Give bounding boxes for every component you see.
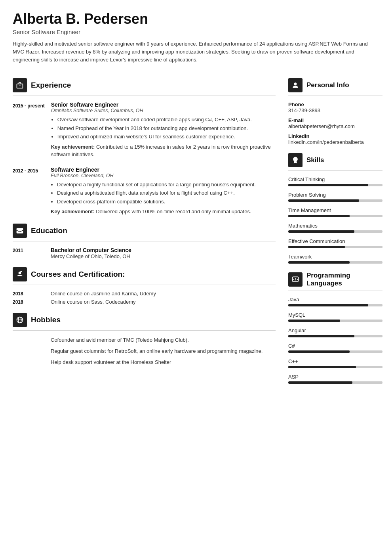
hobbies-section-title: Hobbies	[13, 313, 276, 327]
hobbies-list: Cofounder and avid member of TMC (Toledo…	[13, 336, 276, 369]
programming-item: MySQL	[288, 312, 382, 322]
hobby-item: Help desk support volunteer at the Homel…	[51, 358, 276, 366]
programming-item: ASP	[288, 374, 382, 384]
skill-bar-fill	[288, 261, 350, 264]
exp-bullet: Developed a highly functional set of app…	[57, 181, 276, 189]
education-list: 2011 Bachelor of Computer Science Mercy …	[13, 247, 276, 259]
course-date: 2018	[13, 299, 44, 305]
skills-divider	[288, 170, 382, 171]
education-icon	[13, 224, 27, 238]
prog-bar-fill	[288, 320, 340, 322]
skill-name: Problem Solving	[288, 192, 382, 198]
exp-bullet: Improved and optimized main website's UI…	[57, 133, 276, 141]
prog-bar-fill	[288, 335, 354, 337]
education-entry: 2011 Bachelor of Computer Science Mercy …	[13, 247, 276, 259]
exp-achievement: Key achievement: Contributed to a 15% in…	[51, 143, 276, 159]
exp-bullets: Oversaw software development and coded p…	[57, 116, 276, 141]
prog-bar-bg	[288, 350, 382, 353]
exp-company: Omnilabs Software Suites, Columbus, OH	[51, 108, 276, 113]
exp-content: Software Engineer Full Bronson, Clevelan…	[51, 166, 276, 216]
personal-info-divider	[288, 96, 382, 96]
hobbies-divider	[13, 330, 276, 331]
svg-rect-0	[19, 86, 21, 86]
prog-name: Angular	[288, 327, 382, 333]
hobby-item: Regular guest columnist for RetroSoft, a…	[51, 347, 276, 355]
skill-item: Effective Communication	[288, 238, 382, 248]
svg-point-5	[294, 82, 297, 85]
programming-divider	[288, 291, 382, 291]
courses-section-title: Courses and Certification:	[13, 267, 276, 281]
exp-achievement: Key achievement: Delivered apps with 100…	[51, 208, 276, 216]
edu-degree: Bachelor of Computer Science	[51, 247, 276, 253]
skill-bar-fill	[288, 230, 354, 233]
prog-name: C#	[288, 343, 382, 349]
exp-job-title: Senior Software Engineer	[51, 101, 276, 108]
prog-name: Java	[288, 297, 382, 302]
programming-section: Programming Languages Java MySQL Angular…	[288, 272, 382, 384]
course-entry: 2018 Online course on Sass, Codecademy	[13, 299, 276, 305]
exp-bullet: Oversaw software development and coded p…	[57, 116, 276, 124]
course-desc: Online course on Sass, Codecademy	[51, 299, 276, 305]
prog-bar-bg	[288, 320, 382, 322]
exp-bullet: Designed a sophisticated flight data ana…	[57, 189, 276, 197]
skills-list: Critical Thinking Problem Solving Time M…	[288, 176, 382, 264]
course-desc: Online course on Jasmine and Karma, Udem…	[51, 291, 276, 297]
experience-entry: 2015 - present Senior Software Engineer …	[13, 101, 276, 159]
course-entry: 2018 Online course on Jasmine and Karma,…	[13, 291, 276, 297]
exp-date: 2012 - 2015	[13, 166, 44, 216]
programming-list: Java MySQL Angular C# C++ ASP	[288, 297, 382, 384]
skill-item: Teamwork	[288, 254, 382, 264]
skill-bar-bg	[288, 246, 382, 248]
experience-icon	[13, 78, 27, 92]
skill-bar-fill	[288, 184, 368, 186]
edu-date: 2011	[13, 247, 44, 259]
prog-name: ASP	[288, 374, 382, 380]
skill-name: Time Management	[288, 207, 382, 213]
skill-name: Mathematics	[288, 223, 382, 229]
programming-section-title: Programming Languages	[288, 272, 382, 287]
courses-divider	[13, 285, 276, 285]
experience-section-title: Experience	[13, 78, 276, 92]
courses-list: 2018 Online course on Jasmine and Karma,…	[13, 291, 276, 305]
personal-info-section: Personal Info Phone 314-739-3893 E-mail …	[288, 78, 382, 145]
skills-section: Skills Critical Thinking Problem Solving…	[288, 153, 382, 264]
prog-bar-bg	[288, 335, 382, 337]
prog-bar-bg	[288, 366, 382, 368]
education-section-title: Education	[13, 224, 276, 238]
skill-bar-bg	[288, 184, 382, 186]
linkedin-field: LinkedIn linkedin.com/in/pedersenbalbert…	[288, 133, 382, 145]
skill-name: Teamwork	[288, 254, 382, 260]
exp-date: 2015 - present	[13, 101, 45, 159]
skill-item: Problem Solving	[288, 192, 382, 202]
prog-bar-fill	[288, 350, 350, 353]
left-column: Experience 2015 - present Senior Softwar…	[0, 70, 285, 389]
exp-bullet: Developed cross-platform compatible solu…	[57, 198, 276, 206]
candidate-title: Senior Software Engineer	[13, 29, 379, 35]
personal-info-title: Personal Info	[288, 78, 382, 92]
hobby-item: Cofounder and avid member of TMC (Toledo…	[51, 336, 276, 344]
prog-bar-fill	[288, 366, 356, 368]
skill-bar-fill	[288, 215, 350, 217]
candidate-name: Alberta B. Pedersen	[13, 11, 379, 27]
experience-list: 2015 - present Senior Software Engineer …	[13, 101, 276, 216]
prog-bar-bg	[288, 304, 382, 306]
experience-divider	[13, 96, 276, 96]
svg-point-1	[19, 272, 21, 274]
skill-item: Critical Thinking	[288, 176, 382, 186]
personal-info-icon	[288, 78, 303, 92]
main-layout: Experience 2015 - present Senior Softwar…	[0, 70, 392, 402]
prog-name: MySQL	[288, 312, 382, 318]
skill-bar-fill	[288, 199, 359, 202]
programming-item: Java	[288, 297, 382, 306]
experience-entry: 2012 - 2015 Software Engineer Full Brons…	[13, 166, 276, 216]
candidate-summary: Highly-skilled and motivated senior soft…	[13, 40, 379, 64]
edu-content: Bachelor of Computer Science Mercy Colle…	[51, 247, 276, 259]
phone-field: Phone 314-739-3893	[288, 101, 382, 113]
skill-bar-bg	[288, 230, 382, 233]
skill-bar-bg	[288, 261, 382, 264]
skill-bar-bg	[288, 199, 382, 202]
programming-item: C#	[288, 343, 382, 353]
skill-name: Critical Thinking	[288, 176, 382, 182]
prog-bar-fill	[288, 381, 352, 384]
skills-section-title: Skills	[288, 153, 382, 167]
